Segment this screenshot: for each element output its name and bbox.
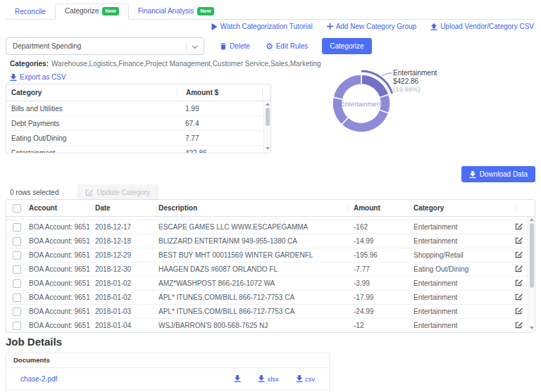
amount-cell: -195.96 xyxy=(348,251,411,259)
summary-amount-cell: 67.4 xyxy=(177,120,270,127)
edit-category-button[interactable] xyxy=(515,307,523,315)
tab-bar: Reconcile CategorizeNew Financial Analys… xyxy=(6,4,535,20)
select-all-checkbox[interactable] xyxy=(13,204,21,213)
tab-categorize[interactable]: CategorizeNew xyxy=(55,4,129,20)
donut-segment-3[interactable] xyxy=(332,97,349,125)
trash-icon xyxy=(220,43,227,50)
edit-category-button[interactable] xyxy=(515,293,523,301)
document-row: chase-2.pdfxlsxcsv xyxy=(6,368,329,390)
scroll-thumb[interactable] xyxy=(530,223,534,288)
download-icon xyxy=(234,375,241,382)
column-header-amount: Amount xyxy=(348,204,411,212)
description-cell: HAAGEN DAZS #6087 ORLANDO FL xyxy=(156,265,348,273)
category-cell: Entertainment xyxy=(411,308,515,315)
pencil-square-icon xyxy=(515,236,523,244)
row-checkbox[interactable] xyxy=(13,293,21,302)
column-divider xyxy=(262,89,263,96)
callout-percent: (19.98%) xyxy=(393,85,437,94)
update-category-button[interactable]: Update Category xyxy=(77,184,158,201)
tab-financial-analysis[interactable]: Financial AnalysisNew xyxy=(129,4,223,19)
account-cell: BOA Account: 9651 xyxy=(27,293,92,301)
transaction-row: BOA Account: 96512018-12-18BLIZZARD ENTE… xyxy=(6,234,535,248)
transaction-row: BOA Account: 96512018-01-02AMZ*WASHPOST … xyxy=(6,276,535,290)
edit-category-button[interactable] xyxy=(515,265,523,272)
summary-row: Eating Out/Dining7.77 xyxy=(6,131,270,146)
account-cell: BOA Account: 9651 xyxy=(27,308,92,315)
row-checkbox[interactable] xyxy=(13,237,21,246)
download-file-button[interactable] xyxy=(234,375,241,383)
description-cell: BEST BUY MHT 00011569 WINTER GARDENFL xyxy=(156,251,348,259)
summary-scrollbar[interactable] xyxy=(263,101,270,153)
category-group-select[interactable]: Department Spending xyxy=(6,37,204,55)
row-checkbox[interactable] xyxy=(13,251,21,260)
donut-segment-0[interactable] xyxy=(361,75,389,98)
summary-category-cell: Debt Payments xyxy=(6,120,177,127)
download-icon xyxy=(469,171,476,178)
select-divider xyxy=(186,42,187,51)
row-checkbox[interactable] xyxy=(13,265,21,274)
date-cell: 2018-01-02 xyxy=(92,279,156,287)
export-csv-button[interactable]: Export as CSV xyxy=(10,73,66,81)
transactions-table: Account Date Description Amount Category… xyxy=(6,199,535,333)
document-name-link[interactable]: chase-2.pdf xyxy=(20,375,57,383)
date-cell: 2018-12-29 xyxy=(92,251,156,259)
transaction-row: BOA Account: 96512018-12-29BEST BUY MHT … xyxy=(6,248,535,262)
date-cell: 2018-01-04 xyxy=(92,322,156,329)
scroll-thumb[interactable] xyxy=(266,108,270,126)
row-checkbox[interactable] xyxy=(13,308,21,316)
scroll-down-arrow[interactable] xyxy=(266,147,270,150)
amount-cell: -162 xyxy=(348,223,411,231)
description-cell: APL* ITUNES.COM/BILL 866-712-7753 CA xyxy=(156,293,348,301)
transaction-row: BOA Account: 96512018-12-17ESCAPE GAMES … xyxy=(6,220,535,234)
date-cell: 2018-01-03 xyxy=(92,308,156,315)
upload-vendor-category-csv-link[interactable]: Upload Vendor/Category CSV xyxy=(430,23,534,30)
scroll-up-arrow[interactable] xyxy=(530,218,534,221)
edit-category-button[interactable] xyxy=(515,321,523,329)
tab-label: Financial Analysis xyxy=(138,7,194,15)
donut-segment-4[interactable] xyxy=(333,75,361,99)
link-label: Watch Categorization Tutorial xyxy=(220,23,313,30)
column-header-category: Category xyxy=(411,204,515,212)
download-data-button[interactable]: Download Data xyxy=(461,166,535,182)
row-checkbox[interactable] xyxy=(13,223,21,232)
documents-panel: Documents chase-2.pdfxlsxcsv xyxy=(6,353,330,392)
select-value: Department Spending xyxy=(6,38,204,54)
watch-categorization-tutorial-link[interactable]: Watch Categorization Tutorial xyxy=(211,23,313,30)
amount-cell: -7.77 xyxy=(348,265,411,273)
tab-reconcile[interactable]: Reconcile xyxy=(6,5,55,19)
categories-label: Categories: xyxy=(10,60,49,68)
callout-line xyxy=(382,73,392,75)
scroll-up-arrow[interactable] xyxy=(266,103,270,106)
scroll-down-arrow[interactable] xyxy=(530,327,534,329)
account-cell: BOA Account: 9651 xyxy=(27,223,92,231)
transactions-table-header: Account Date Description Amount Category xyxy=(6,200,535,217)
download-data-label: Download Data xyxy=(480,170,528,178)
download-xlsx-button[interactable]: xlsx xyxy=(258,375,278,383)
amount-cell: -14.99 xyxy=(348,237,411,245)
delete-button[interactable]: Delete xyxy=(220,42,250,50)
edit-rules-button[interactable]: ⚙ Edit Rules xyxy=(266,42,308,51)
row-checkbox[interactable] xyxy=(13,322,21,330)
category-cell: Entertainment xyxy=(411,237,515,245)
category-cell: Entertainment xyxy=(411,223,515,231)
edit-category-button[interactable] xyxy=(515,279,523,286)
categorize-button[interactable]: Categorize xyxy=(322,38,371,54)
donut-segment-2[interactable] xyxy=(342,110,389,132)
account-cell: BOA Account: 9651 xyxy=(27,251,92,259)
account-cell: BOA Account: 9651 xyxy=(27,322,92,329)
add-new-category-group-link[interactable]: Add New Category Group xyxy=(327,23,417,30)
pencil-square-icon xyxy=(515,321,523,329)
new-badge: New xyxy=(102,7,118,15)
transactions-table-body: BOA Account: 96512018-12-17ESCAPE GAMES … xyxy=(6,217,535,332)
rows-selected-text: 0 rows selected xyxy=(10,189,58,196)
edit-category-button[interactable] xyxy=(515,222,523,230)
row-checkbox[interactable] xyxy=(13,279,21,288)
tab-label: Categorize xyxy=(65,7,99,15)
play-icon xyxy=(211,23,218,30)
amount-cell: -17.99 xyxy=(348,293,411,301)
pencil-square-icon xyxy=(515,307,523,315)
download-csv-button[interactable]: csv xyxy=(296,375,315,383)
edit-category-button[interactable] xyxy=(515,251,523,258)
transactions-scrollbar[interactable] xyxy=(528,217,535,332)
edit-category-button[interactable] xyxy=(515,236,523,244)
